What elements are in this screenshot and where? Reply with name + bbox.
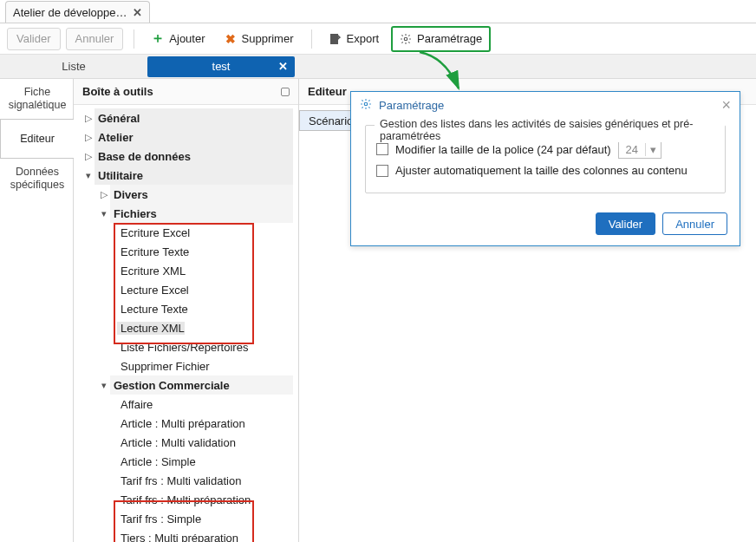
fieldset-legend: Gestion des listes dans les activités de… (375, 118, 725, 142)
font-size-select[interactable]: 24 ▾ (618, 140, 662, 159)
supprimer-button[interactable]: ✖ Supprimer (218, 28, 301, 50)
tree-node-utilitaire[interactable]: ▾Utilitaire (74, 166, 298, 185)
export-icon (329, 33, 342, 45)
close-icon[interactable]: ✕ (278, 60, 288, 73)
toolbox-tree[interactable]: ▷Général ▷Atelier ▷Base de données ▾Util… (74, 105, 298, 542)
checkbox-auto-columns[interactable] (376, 165, 388, 177)
chevron-down-icon[interactable]: ▾ (98, 208, 110, 219)
ajouter-button[interactable]: ＋ Ajouter (145, 28, 212, 50)
tree-leaf[interactable]: Ecriture XML (74, 261, 298, 280)
tree-leaf[interactable]: Affaire (74, 395, 298, 414)
tree-leaf[interactable]: Article : Multi préparation (74, 414, 298, 433)
toolbar-separator (134, 29, 134, 49)
tree-leaf[interactable]: Tarif frs : Multi validation (74, 471, 298, 490)
tree-leaf[interactable]: Lecture Texte (74, 299, 298, 318)
tree-leaf[interactable]: Ecriture Excel (74, 223, 298, 242)
delete-icon: ✖ (225, 33, 237, 45)
tree-leaf[interactable]: Supprimer Fichier (74, 356, 298, 375)
tree-node-fichiers[interactable]: ▾Fichiers (74, 204, 298, 223)
dialog-annuler-button[interactable]: Annuler (662, 212, 727, 235)
svg-rect-0 (330, 34, 338, 44)
chevron-down-icon[interactable]: ▾ (82, 170, 94, 181)
svg-point-1 (404, 37, 407, 41)
export-button[interactable]: Export (323, 28, 387, 50)
svg-point-2 (364, 102, 368, 106)
parametrage-button[interactable]: Paramétrage (391, 26, 491, 52)
chevron-right-icon[interactable]: ▷ (82, 132, 94, 143)
gear-icon (360, 98, 372, 113)
tree-leaf[interactable]: Ecriture Texte (74, 242, 298, 261)
chevron-down-icon[interactable]: ▾ (98, 380, 110, 391)
tree-leaf[interactable]: Tiers : Multi préparation (74, 528, 298, 542)
gear-icon (400, 33, 412, 45)
tab-fiche-signaletique[interactable]: Fiche signalétique (0, 79, 74, 119)
tree-leaf[interactable]: Tarif frs : Simple (74, 509, 298, 528)
tab-donnees-specifiques[interactable]: Données spécifiques (0, 159, 74, 199)
document-tab-title: Atelier de développe… (13, 6, 127, 19)
tree-leaf[interactable]: Lecture Excel (74, 280, 298, 299)
chevron-down-icon: ▾ (645, 143, 661, 156)
tree-leaf[interactable]: Liste Fichiers/Répertoires (74, 337, 298, 356)
tab-editeur[interactable]: Editeur (0, 119, 74, 159)
checkbox-font-size-label: Modifier la taille de la police (24 par … (395, 143, 611, 156)
parametrage-dialog: Paramétrage × Gestion des listes dans le… (350, 91, 740, 246)
document-tab[interactable]: Atelier de développe… ✕ (5, 1, 150, 23)
toolbar-separator (311, 29, 312, 49)
chevron-right-icon[interactable]: ▷ (82, 113, 94, 124)
tree-node-gestion-commerciale[interactable]: ▾Gestion Commerciale (74, 375, 298, 395)
dialog-title: Paramétrage (379, 99, 444, 112)
annuler-button: Annuler (66, 28, 124, 50)
toolbox-title: Boîte à outils (82, 85, 153, 98)
plus-icon: ＋ (152, 33, 164, 45)
chevron-right-icon[interactable]: ▷ (82, 151, 94, 162)
liste-label: Liste (0, 60, 147, 73)
close-icon[interactable]: × (721, 96, 731, 114)
valider-button: Valider (7, 28, 61, 50)
close-icon[interactable]: ✕ (133, 6, 142, 19)
tree-leaf[interactable]: Article : Simple (74, 452, 298, 471)
tree-node-general[interactable]: ▷Général (74, 108, 298, 127)
tree-node-atelier[interactable]: ▷Atelier (74, 127, 298, 147)
tree-node-bdd[interactable]: ▷Base de données (74, 147, 298, 166)
chevron-right-icon[interactable]: ▷ (98, 189, 110, 200)
tree-leaf[interactable]: Tarif frs : Multi préparation (74, 490, 298, 509)
pin-icon[interactable] (281, 88, 290, 96)
checkbox-auto-columns-label: Ajuster automatiquement la taille des co… (395, 164, 688, 177)
test-chip[interactable]: test ✕ (147, 56, 295, 77)
tree-leaf[interactable]: Lecture XML (74, 318, 298, 337)
checkbox-font-size[interactable] (376, 143, 388, 155)
dialog-valider-button[interactable]: Valider (596, 212, 656, 235)
tree-node-divers[interactable]: ▷Divers (74, 185, 298, 204)
tree-leaf[interactable]: Article : Multi validation (74, 433, 298, 452)
